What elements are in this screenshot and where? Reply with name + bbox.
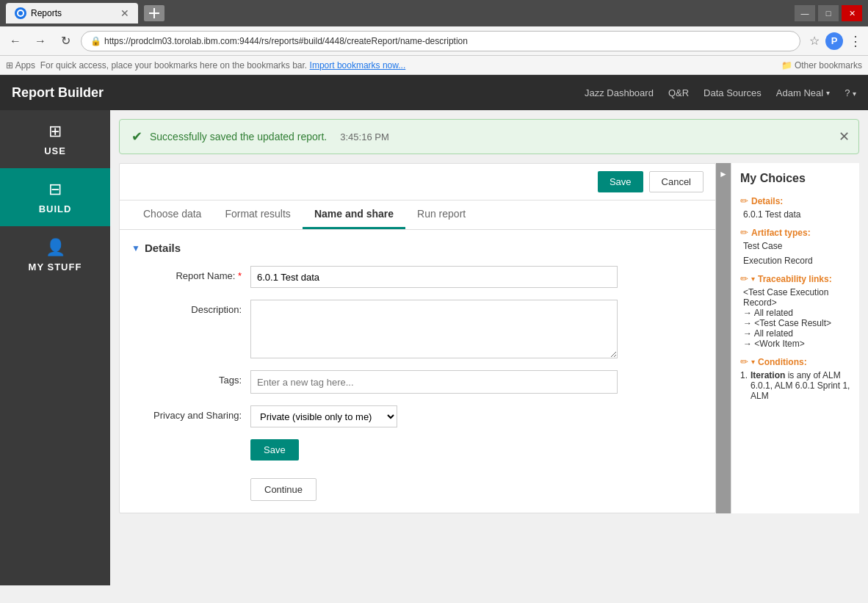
traceability-item-2: → All related (743, 308, 850, 318)
traceability-label: Traceability links: (758, 274, 832, 284)
conditions-collapse-icon[interactable]: ▾ (751, 358, 755, 366)
profile-button[interactable]: P (825, 32, 843, 50)
details-edit-icon[interactable]: ✏ (740, 195, 748, 206)
reload-button[interactable]: ↻ (56, 32, 75, 51)
artifact-value-1: Test Case (743, 241, 850, 251)
form-save-button[interactable]: Save (250, 439, 299, 461)
my-choices-panel: My Choices ✏ Details: 6.0.1 Test data ✏ (731, 163, 859, 513)
menu-button[interactable]: ⋮ (849, 33, 862, 49)
success-message: Successfully saved the updated report. (150, 131, 327, 142)
nav-jazz-dashboard[interactable]: Jazz Dashboard (585, 87, 654, 98)
success-timestamp: 3:45:16 PM (340, 131, 389, 142)
tab-choose-data[interactable]: Choose data (131, 201, 213, 229)
description-textarea[interactable] (250, 300, 618, 358)
toolbar-actions: Save Cancel (598, 171, 704, 192)
success-check-icon: ✔ (131, 129, 142, 145)
sidebar-my-stuff-label: MY STUFF (29, 261, 82, 272)
tags-label: Tags: (131, 370, 242, 386)
app-header: Report Builder Jazz Dashboard Q&R Data S… (0, 75, 868, 110)
bookmarks-hint: For quick access, place your bookmarks h… (40, 60, 308, 71)
my-choices-title: My Choices (740, 172, 850, 185)
tab-run-report[interactable]: Run report (405, 201, 477, 229)
continue-button[interactable]: Continue (250, 478, 317, 501)
svg-rect-3 (153, 8, 155, 18)
description-label: Description: (131, 300, 242, 315)
sidebar-item-my-stuff[interactable]: 👤 MY STUFF (0, 226, 110, 284)
new-tab-button[interactable] (144, 5, 164, 21)
report-name-input[interactable] (250, 266, 618, 288)
section-header: ▼ Details (131, 242, 704, 254)
sidebar-item-use[interactable]: ⊞ USE (0, 110, 110, 168)
close-button[interactable]: ✕ (842, 5, 862, 21)
sidebar-build-label: BUILD (39, 203, 72, 214)
bookmark-star-icon[interactable]: ☆ (809, 34, 820, 48)
tags-row: Tags: (131, 370, 704, 394)
nav-data-sources[interactable]: Data Sources (704, 87, 762, 98)
section-title: Details (145, 242, 181, 254)
conditions-header: ✏ ▾ Conditions: (740, 356, 850, 367)
sidebar-item-build[interactable]: ⊟ BUILD (0, 168, 110, 226)
user-dropdown-arrow: ▾ (826, 89, 830, 97)
secure-icon: 🔒 (90, 36, 101, 46)
svg-point-1 (18, 11, 23, 15)
section-collapse-icon[interactable]: ▼ (131, 243, 140, 253)
traceability-item-5: → <Work Item> (743, 339, 850, 349)
header-save-button[interactable]: Save (598, 171, 643, 192)
details-value: 6.0.1 Test data (743, 209, 850, 220)
tab-name-and-share[interactable]: Name and share (303, 201, 405, 229)
forward-button[interactable]: → (31, 32, 50, 51)
success-banner: ✔ Successfully saved the updated report.… (119, 119, 859, 154)
traceability-collapse-icon[interactable]: ▾ (751, 275, 755, 283)
bookmarks-bar: ⊞ Apps For quick access, place your book… (0, 56, 868, 75)
nav-help[interactable]: ? ▾ (845, 87, 856, 98)
tabs: Choose data Format results Name and shar… (120, 201, 715, 230)
back-button[interactable]: ← (6, 32, 25, 51)
use-icon: ⊞ (48, 122, 62, 141)
window-controls: — □ ✕ (795, 5, 862, 21)
traceability-edit-icon[interactable]: ✏ (740, 273, 748, 284)
maximize-button[interactable]: □ (818, 5, 839, 21)
tab-format-results[interactable]: Format results (213, 201, 302, 229)
tags-input[interactable] (250, 370, 618, 394)
condition-text: Iteration is any of ALM 6.0.1, ALM 6.0.1… (751, 370, 850, 401)
description-row: Description: (131, 300, 704, 358)
url-text: https://prodclm03.torolab.ibm.com:9444/r… (104, 36, 468, 46)
details-label: Details: (751, 196, 783, 206)
help-dropdown-arrow: ▾ (853, 90, 856, 98)
traceability-header: ✏ ▾ Traceability links: (740, 273, 850, 284)
conditions-label: Conditions: (758, 357, 807, 367)
my-stuff-icon: 👤 (46, 238, 65, 257)
tab-close-button[interactable]: ✕ (120, 7, 129, 19)
privacy-label: Privacy and Sharing: (131, 405, 242, 421)
other-bookmarks: 📁 Other bookmarks (781, 60, 862, 71)
app-title: Report Builder (12, 85, 104, 101)
traceability-item-3: → <Test Case Result> (743, 318, 850, 328)
address-bar[interactable]: 🔒 https://prodclm03.torolab.ibm.com:9444… (81, 31, 800, 51)
required-indicator: * (238, 270, 242, 281)
choices-details-header: ✏ Details: (740, 195, 850, 206)
import-bookmarks-link[interactable]: Import bookmarks now... (310, 60, 406, 71)
tab-title: Reports (31, 8, 62, 18)
privacy-select[interactable]: Private (visible only to me) Public (vis… (250, 405, 397, 427)
choices-traceability-section: ✏ ▾ Traceability links: <Test Case Execu… (740, 273, 850, 349)
header-cancel-button[interactable]: Cancel (649, 171, 704, 192)
condition-item-1: 1. Iteration is any of ALM 6.0.1, ALM 6.… (740, 370, 850, 401)
traceability-item-4: → All related (743, 328, 850, 339)
success-close-button[interactable]: ✕ (839, 129, 850, 145)
build-icon: ⊟ (48, 180, 62, 199)
choices-conditions-section: ✏ ▾ Conditions: 1. Iteration is any of A… (740, 356, 850, 401)
artifact-label: Artifact types: (751, 228, 811, 238)
report-name-label: Report Name: * (131, 266, 242, 281)
condition-num: 1. (740, 370, 748, 401)
nav-qr[interactable]: Q&R (668, 87, 689, 98)
browser-tab[interactable]: Reports ✕ (6, 3, 138, 24)
sidebar-use-label: USE (44, 145, 66, 156)
right-panel-toggle[interactable]: ► (716, 163, 731, 513)
content-area: ✔ Successfully saved the updated report.… (110, 110, 868, 585)
tab-icon (15, 7, 26, 19)
artifact-edit-icon[interactable]: ✏ (740, 227, 748, 238)
nav-user[interactable]: Adam Neal ▾ (776, 87, 830, 98)
app-nav: Jazz Dashboard Q&R Data Sources Adam Nea… (585, 87, 856, 98)
conditions-edit-icon[interactable]: ✏ (740, 356, 748, 367)
minimize-button[interactable]: — (795, 5, 815, 21)
